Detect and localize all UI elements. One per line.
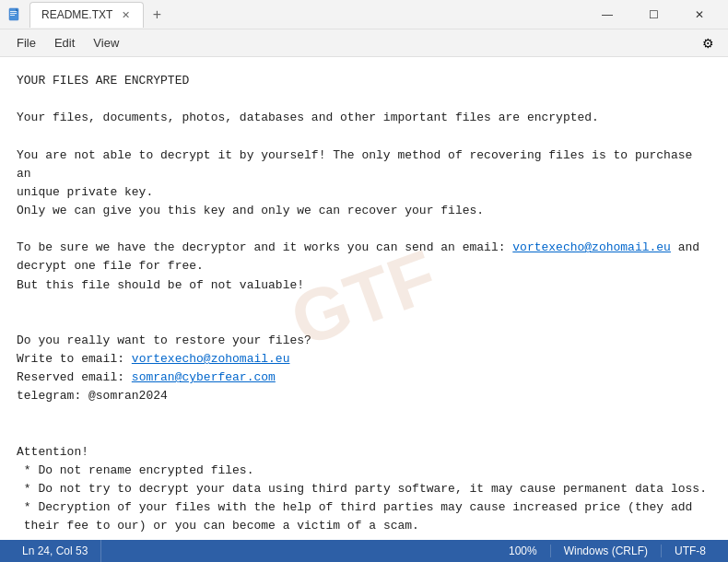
window-controls: — ☐ ✕ (586, 0, 721, 29)
email-link-2[interactable]: vortexecho@zohomail.eu (132, 352, 290, 366)
email-link-3[interactable]: somran@cyberfear.com (132, 370, 276, 384)
settings-button[interactable]: ⚙ (695, 30, 721, 56)
tab-area: README.TXT ✕ + (29, 2, 168, 28)
menu-file[interactable]: File (7, 32, 45, 53)
menu-edit[interactable]: Edit (45, 32, 84, 53)
line-ending[interactable]: Windows (CRLF) (551, 544, 662, 557)
svg-rect-1 (10, 11, 17, 12)
new-tab-button[interactable]: + (146, 4, 168, 26)
active-tab[interactable]: README.TXT ✕ (29, 2, 144, 28)
title-bar: README.TXT ✕ + — ☐ ✕ (0, 0, 728, 29)
tab-close-button[interactable]: ✕ (120, 8, 132, 22)
close-button[interactable]: ✕ (678, 0, 721, 29)
zoom-level[interactable]: 100% (496, 544, 551, 557)
menu-view[interactable]: View (84, 32, 128, 53)
maximize-button[interactable]: ☐ (632, 0, 675, 29)
status-right: 100% Windows (CRLF) UTF-8 (496, 544, 719, 557)
svg-rect-3 (10, 15, 15, 16)
minimize-button[interactable]: — (586, 0, 628, 29)
menu-bar: File Edit View ⚙ (0, 29, 728, 57)
email-link-1[interactable]: vortexecho@zohomail.eu (512, 240, 671, 254)
svg-rect-2 (10, 13, 17, 14)
tab-label: README.TXT (41, 8, 112, 21)
encoding[interactable]: UTF-8 (662, 544, 719, 557)
status-bar: Ln 24, Col 53 100% Windows (CRLF) UTF-8 (0, 540, 728, 562)
app-icon (7, 7, 22, 22)
text-content: YOUR FILES ARE ENCRYPTED Your files, doc… (17, 72, 711, 540)
title-bar-left: README.TXT ✕ + (7, 2, 586, 28)
text-content-area[interactable]: GTF YOUR FILES ARE ENCRYPTED Your files,… (0, 57, 728, 540)
cursor-position: Ln 24, Col 53 (9, 540, 101, 562)
